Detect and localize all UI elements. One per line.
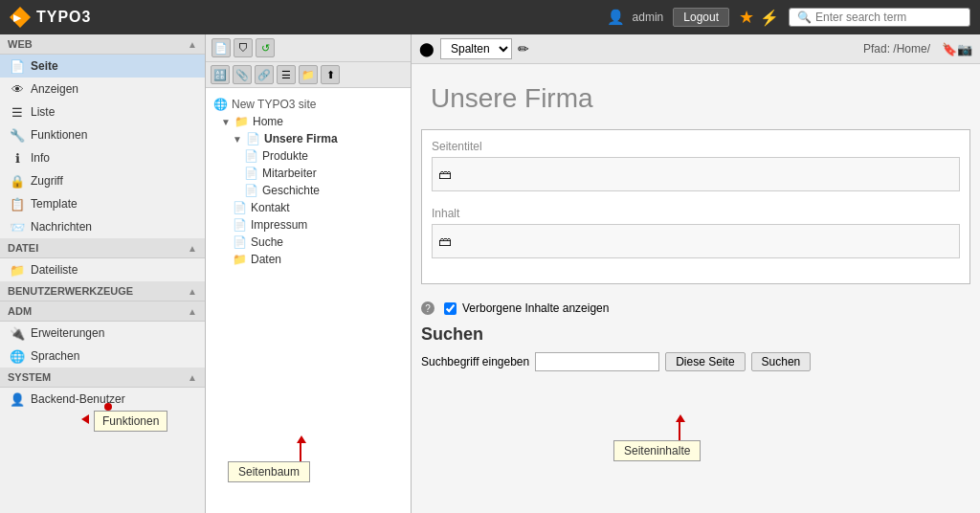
funktionen-dot xyxy=(104,403,112,411)
right-toolbar: ⬤ Spalten ✏ Pfad: /Home/ 🔖📷 xyxy=(412,34,980,64)
columns-select[interactable]: Spalten xyxy=(440,38,512,59)
sidebar-item-seite[interactable]: 📄 Seite xyxy=(0,55,205,78)
tree-daten-icon: 📁 xyxy=(233,253,247,266)
seiteninhalte-callout: Seiteninhalte xyxy=(613,440,701,461)
sidebar-item-sprachen[interactable]: 🌐 Sprachen xyxy=(0,345,205,368)
tree-produkte[interactable]: 📄 Produkte xyxy=(210,147,407,165)
sidebar-item-info[interactable]: ℹ Info xyxy=(0,146,205,169)
svg-text:▶: ▶ xyxy=(13,12,22,23)
tree-home-label: Home xyxy=(253,115,283,128)
sidebar-item-label: Zugriff xyxy=(31,174,63,188)
toolbar-icon-4[interactable]: ☰ xyxy=(277,65,296,84)
tree-mitarbeiter[interactable]: 📄 Mitarbeiter xyxy=(210,165,407,182)
sidebar-item-anzeigen[interactable]: 👁 Anzeigen xyxy=(0,78,205,100)
tree-geschichte-label: Geschichte xyxy=(262,184,320,197)
search-input[interactable] xyxy=(815,11,959,24)
page-title: Unsere Firma xyxy=(421,74,970,129)
diese-seite-button[interactable]: Diese Seite xyxy=(665,352,745,371)
field-inhalt-input[interactable]: 🗃 xyxy=(432,224,960,258)
right-breadcrumb-icons[interactable]: 🔖📷 xyxy=(942,42,972,56)
toolbar-new-page[interactable]: 📄 xyxy=(212,38,231,57)
tree-suche-icon: 📄 xyxy=(233,235,247,249)
verborgene-inhalte-checkbox[interactable] xyxy=(444,302,457,315)
toolbar-filter[interactable]: ⛉ xyxy=(234,38,253,57)
flash-icon[interactable]: ⚡ xyxy=(760,9,779,27)
adm-arrow[interactable]: ▲ xyxy=(188,306,197,317)
tree-impressum[interactable]: 📄 Impressum xyxy=(210,216,407,234)
toolbar-icon-2[interactable]: 📎 xyxy=(233,65,252,84)
help-icon[interactable]: ? xyxy=(421,301,434,315)
toolbar-icon-1[interactable]: 🔠 xyxy=(211,65,230,84)
toolbar-refresh[interactable]: ↺ xyxy=(256,38,275,57)
tree-home-icon: 📁 xyxy=(234,115,249,128)
sidebar-section-adm: ADM ▲ xyxy=(0,301,205,322)
tree-toggle-unsere-firma: ▼ xyxy=(233,134,242,145)
content-box: Seitentitel 🗃 Inhalt 🗃 xyxy=(421,129,970,284)
user-info: 👤 admin xyxy=(607,9,664,26)
tree-suche[interactable]: 📄 Suche xyxy=(210,234,407,251)
tree-home[interactable]: ▼ 📁 Home xyxy=(210,113,407,130)
tree-unsere-firma[interactable]: ▼ 📄 Unsere Firma xyxy=(210,130,407,147)
tree-daten[interactable]: 📁 Daten xyxy=(210,251,407,268)
sidebar-item-erweiterungen[interactable]: 🔌 Erweiterungen xyxy=(0,322,205,345)
liste-icon: ☰ xyxy=(10,104,25,120)
sidebar-item-template[interactable]: 📋 Template xyxy=(0,192,205,215)
sidebar-item-liste[interactable]: ☰ Liste xyxy=(0,100,205,123)
sidebar-section-datei: DATEI ▲ xyxy=(0,238,205,258)
tree-kontakt-label: Kontakt xyxy=(251,201,290,214)
tree-geschichte-icon: 📄 xyxy=(244,184,258,197)
sidebar-item-nachrichten[interactable]: 📨 Nachrichten xyxy=(0,215,205,238)
search-icon: 🔍 xyxy=(797,11,812,24)
anzeigen-icon: 👁 xyxy=(10,81,25,97)
sidebar-section-web: WEB ▲ xyxy=(0,34,205,55)
sidebar-item-label: Seite xyxy=(31,59,58,73)
seiteninhalte-arrow-top xyxy=(676,414,685,422)
field-seitentitel: Seitentitel 🗃 xyxy=(432,140,960,191)
sidebar-section-benutzerwerkzeuge: BENUTZERWERKZEUGE ▲ xyxy=(0,281,205,301)
bookmark-icon[interactable]: ★ xyxy=(739,7,754,28)
system-arrow[interactable]: ▲ xyxy=(188,372,197,383)
tree-kontakt[interactable]: 📄 Kontakt xyxy=(210,199,407,216)
funktionen-arrow xyxy=(81,414,89,424)
benutzerwerkzeuge-arrow[interactable]: ▲ xyxy=(188,286,197,297)
seitenbaum-line xyxy=(300,443,301,461)
toolbar-icon-6[interactable]: ⬆ xyxy=(321,65,340,84)
sidebar-item-backend-benutzer[interactable]: 👤 Backend-Benutzer xyxy=(0,388,205,411)
center-toolbar2: 🔠 📎 🔗 ☰ 📁 ⬆ xyxy=(206,62,411,88)
logo-text: TYPO3 xyxy=(36,9,91,26)
sidebar-item-label: Sprachen xyxy=(31,349,79,363)
right-toolbar-icon1[interactable]: ⬤ xyxy=(419,41,434,56)
right-toolbar-icon2[interactable]: ✏ xyxy=(518,41,529,56)
datei-section-arrow[interactable]: ▲ xyxy=(188,243,197,254)
right-content: Unsere Firma Seitentitel 🗃 Inhalt 🗃 xyxy=(412,64,980,294)
sidebar-item-funktionen[interactable]: 🔧 Funktionen xyxy=(0,123,205,146)
center-panel: 📄 ⛉ ↺ 🔠 📎 🔗 ☰ 📁 ⬆ 🌐 New TYPO3 site ▼ 📁 H… xyxy=(206,34,412,513)
backend-benutzer-icon: 👤 xyxy=(10,391,25,407)
tree-root-icon: 🌐 xyxy=(213,98,228,111)
breadcrumb: Pfad: /Home/ xyxy=(863,42,930,56)
seitentitel-edit-icon: 🗃 xyxy=(438,167,452,182)
suchen-input[interactable] xyxy=(535,352,659,371)
field-inhalt: Inhalt 🗃 xyxy=(432,207,960,258)
sidebar-item-dateiliste[interactable]: 📁 Dateiliste xyxy=(0,258,205,281)
field-seitentitel-input[interactable]: 🗃 xyxy=(432,157,960,191)
logout-button[interactable]: Logout xyxy=(673,8,729,27)
suchen-row: Suchbegriff eingeben Diese Seite Suchen xyxy=(421,352,970,371)
sidebar-item-label: Template xyxy=(31,197,78,211)
sidebar-section-system: SYSTEM ▲ xyxy=(0,368,205,388)
sidebar-item-label: Info xyxy=(31,151,50,165)
nachrichten-icon: 📨 xyxy=(10,219,25,234)
tree-geschichte[interactable]: 📄 Geschichte xyxy=(210,182,407,199)
tree-root-label: New TYPO3 site xyxy=(232,98,316,111)
seite-icon: 📄 xyxy=(10,58,25,74)
sidebar-item-label: Erweiterungen xyxy=(31,326,104,340)
toolbar-icon-3[interactable]: 🔗 xyxy=(255,65,274,84)
sidebar-item-zugriff[interactable]: 🔒 Zugriff xyxy=(0,169,205,192)
field-seitentitel-label: Seitentitel xyxy=(432,140,960,153)
sidebar: WEB ▲ 📄 Seite 👁 Anzeigen ☰ Liste 🔧 Funkt… xyxy=(0,34,206,513)
web-section-arrow[interactable]: ▲ xyxy=(188,39,197,50)
tree-root: 🌐 New TYPO3 site xyxy=(210,96,407,113)
funktionen-icon: 🔧 xyxy=(10,127,25,143)
toolbar-icon-5[interactable]: 📁 xyxy=(299,65,318,84)
suchen-button[interactable]: Suchen xyxy=(751,352,812,371)
